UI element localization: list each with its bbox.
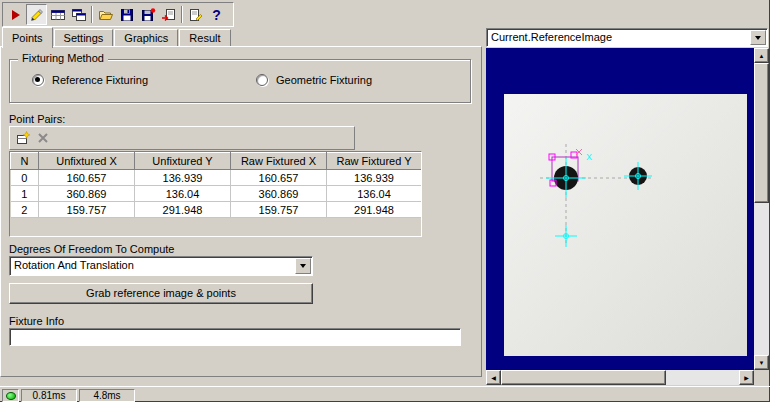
grid-cell[interactable]: 2 (11, 202, 39, 218)
arrow-left-icon: ◀ (491, 375, 496, 381)
column-header-unfixtured-x[interactable]: Unfixtured X (39, 153, 135, 170)
point-pairs-table: N Unfixtured X Unfixtured Y Raw Fixtured… (10, 152, 422, 218)
scroll-down-button[interactable]: ▼ (754, 355, 769, 370)
arrow-up-icon: ▲ (759, 53, 765, 59)
page-edit-icon (188, 7, 204, 23)
arrow-right-icon: ▶ (744, 375, 749, 381)
radio-unselected-icon[interactable] (256, 74, 268, 86)
column-header-unfixtured-y[interactable]: Unfixtured Y (135, 153, 231, 170)
points-tab-panel: Fixturing Method Reference Fixturing Geo… (0, 46, 482, 377)
scroll-left-button[interactable]: ◀ (486, 370, 501, 385)
toolbar-separator (91, 6, 93, 23)
dof-dropdown[interactable]: Rotation And Translation (9, 256, 313, 276)
grid-cell[interactable]: 136.04 (327, 186, 422, 202)
image-selector-dropdown[interactable]: Current.ReferenceImage (486, 28, 768, 47)
arrow-down-icon: ▼ (759, 360, 765, 366)
fixture-info-input[interactable] (9, 328, 461, 346)
load-icon (161, 7, 177, 23)
save-image-icon (140, 7, 156, 23)
grab-reference-button[interactable]: Grab reference image & points (9, 283, 313, 304)
header-row: N Unfixtured X Unfixtured Y Raw Fixtured… (11, 153, 422, 170)
tab-graphics[interactable]: Graphics (114, 29, 178, 47)
datagrid-icon (50, 7, 66, 23)
reference-fixturing-label: Reference Fixturing (52, 74, 148, 86)
open-button[interactable] (95, 4, 116, 25)
dof-value: Rotation And Translation (14, 259, 294, 271)
open-folder-icon (98, 7, 114, 23)
grid-cell[interactable]: 291.948 (327, 202, 422, 218)
grid-cell[interactable]: 291.948 (135, 202, 231, 218)
image-selector-value: Current.ReferenceImage (491, 31, 749, 43)
column-header-raw-fixtured-x[interactable]: Raw Fixtured X (231, 153, 327, 170)
pencil-icon (29, 7, 45, 23)
grid-cell[interactable]: 160.657 (231, 170, 327, 186)
fixture-point-2-marker[interactable] (555, 225, 577, 247)
column-header-raw-fixtured-y[interactable]: Raw Fixtured Y (327, 153, 422, 170)
dropdown-button[interactable] (295, 258, 311, 274)
reference-image-overlay: X (504, 94, 747, 356)
delete-point-pair-icon (36, 131, 50, 145)
status-bar: 0.81ms 4.8ms (0, 386, 770, 402)
new-point-pair-icon (16, 131, 31, 146)
reference-image[interactable]: X (504, 94, 747, 356)
save-icon (119, 7, 135, 23)
grid-cell[interactable]: 136.04 (135, 186, 231, 202)
chevron-down-icon (300, 264, 306, 268)
horizontal-scroll-thumb[interactable] (501, 370, 666, 385)
radio-selected-icon[interactable] (32, 74, 44, 86)
delete-point-pair-button[interactable] (33, 128, 53, 148)
windows-icon (71, 7, 87, 23)
fixture-tool-window: { "toolbar": { "icons": ["play-icon","pe… (0, 0, 770, 402)
tab-result[interactable]: Result (179, 29, 230, 47)
run-button[interactable] (5, 4, 26, 25)
edit-mode-button[interactable] (26, 4, 47, 25)
load-button[interactable] (158, 4, 179, 25)
radio-dot (35, 77, 40, 82)
edit-page-button[interactable] (185, 4, 206, 25)
status-time-1: 0.81ms (21, 389, 77, 402)
new-point-pair-button[interactable] (13, 128, 33, 148)
scroll-right-button[interactable]: ▶ (739, 370, 754, 385)
save-button[interactable] (116, 4, 137, 25)
grid-cell[interactable]: 0 (11, 170, 39, 186)
chevron-down-icon (755, 36, 761, 40)
geometric-fixturing-label: Geometric Fixturing (276, 74, 372, 86)
grid-cell[interactable]: 160.657 (39, 170, 135, 186)
dropdown-button[interactable] (750, 30, 766, 45)
geometric-fixturing-option[interactable]: Geometric Fixturing (256, 73, 372, 86)
horizontal-scrollbar[interactable]: ◀ ▶ (486, 370, 754, 385)
main-toolbar: ? (2, 2, 234, 27)
point-pairs-toolbar (9, 126, 355, 150)
column-header-n[interactable]: N (11, 153, 39, 170)
table-row: 2 159.757 291.948 159.757 291.948 (11, 202, 422, 218)
grid-cell[interactable]: 360.869 (231, 186, 327, 202)
tab-points[interactable]: Points (2, 27, 53, 48)
windows-button[interactable] (68, 4, 89, 25)
save-image-button[interactable] (137, 4, 158, 25)
help-button[interactable]: ? (206, 4, 227, 25)
fixture-info-label: Fixture Info (9, 315, 64, 327)
reference-fixturing-option[interactable]: Reference Fixturing (32, 73, 148, 86)
grid-cell[interactable]: 136.939 (135, 170, 231, 186)
fixture-point-1-marker[interactable] (624, 162, 652, 190)
point-pairs-grid: N Unfixtured X Unfixtured Y Raw Fixtured… (9, 151, 422, 237)
fixturing-method-legend: Fixturing Method (18, 52, 108, 64)
image-display-area[interactable]: X (486, 48, 754, 370)
table-row: 1 360.869 136.04 360.869 136.04 (11, 186, 422, 202)
vertical-scroll-thumb[interactable] (754, 63, 769, 203)
scroll-up-button[interactable]: ▲ (754, 48, 769, 63)
status-led-icon (6, 392, 16, 400)
grid-cell[interactable]: 159.757 (39, 202, 135, 218)
fixturing-method-group: Fixturing Method Reference Fixturing Geo… (9, 59, 471, 103)
help-icon: ? (212, 8, 221, 22)
table-row: 0 160.657 136.939 160.657 136.939 (11, 170, 422, 186)
grid-cell[interactable]: 1 (11, 186, 39, 202)
tab-settings[interactable]: Settings (54, 29, 114, 47)
grid-cell[interactable]: 136.939 (327, 170, 422, 186)
status-led-panel (2, 389, 19, 402)
image-display-frame: X ▲ ▼ ◀ ▶ (486, 48, 769, 385)
datagrid-button[interactable] (47, 4, 68, 25)
grid-cell[interactable]: 159.757 (231, 202, 327, 218)
vertical-scrollbar[interactable]: ▲ ▼ (754, 48, 769, 370)
grid-cell[interactable]: 360.869 (39, 186, 135, 202)
